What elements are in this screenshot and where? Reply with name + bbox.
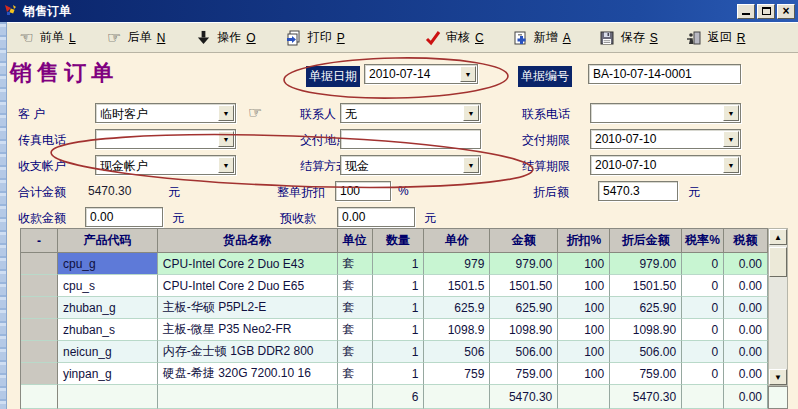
- doc-date-combo[interactable]: 2010-07-14 ▼: [364, 64, 478, 84]
- chevron-down-icon[interactable]: ▼: [723, 131, 739, 147]
- table-cell[interactable]: 0.00: [724, 363, 768, 385]
- discounted-input[interactable]: 5470.3: [598, 181, 678, 201]
- table-cell[interactable]: 套: [338, 275, 373, 297]
- table-cell[interactable]: 0.00: [724, 253, 768, 275]
- close-button[interactable]: ×: [777, 4, 795, 19]
- table-cell[interactable]: 506.00: [610, 341, 682, 363]
- table-vertical-scrollbar[interactable]: ▲ ▼: [768, 228, 788, 386]
- table-cell[interactable]: 506: [424, 341, 490, 363]
- table-cell[interactable]: 硬盘-希捷 320G 7200.10 16: [158, 363, 338, 385]
- table-cell[interactable]: neicun_g: [58, 341, 158, 363]
- chevron-down-icon[interactable]: ▼: [218, 157, 234, 173]
- table-cell[interactable]: 100: [558, 275, 610, 297]
- scroll-up-button[interactable]: ▲: [769, 229, 787, 245]
- table-cell[interactable]: CPU-Intel Core 2 Duo E43: [158, 253, 338, 275]
- table-cell[interactable]: 100: [558, 319, 610, 341]
- table-cell[interactable]: zhuban_g: [58, 297, 158, 319]
- chevron-down-icon[interactable]: ▼: [218, 131, 234, 147]
- account-combo[interactable]: 现金帐户 ▼: [95, 155, 236, 175]
- table-cell[interactable]: 1098.90: [490, 319, 558, 341]
- table-cell[interactable]: 0: [682, 275, 724, 297]
- table-cell[interactable]: 0: [682, 297, 724, 319]
- table-cell[interactable]: 1: [373, 363, 425, 385]
- table-cell[interactable]: cpu_s: [58, 275, 158, 297]
- table-cell[interactable]: 1: [373, 275, 425, 297]
- toolbar-button-right-2[interactable]: 保存S: [599, 29, 658, 46]
- table-cell[interactable]: 0.00: [724, 297, 768, 319]
- table-cell[interactable]: 0.00: [724, 275, 768, 297]
- row-selector-cell[interactable]: [21, 341, 58, 363]
- delivery-date-combo[interactable]: 2010-07-10 ▼: [590, 129, 741, 149]
- toolbar-button-left-2[interactable]: 操作O: [195, 29, 255, 46]
- table-cell[interactable]: 1: [373, 319, 425, 341]
- table-cell[interactable]: 1501.50: [610, 275, 682, 297]
- table-cell[interactable]: CPU-Intel Core 2 Duo E65: [158, 275, 338, 297]
- table-cell[interactable]: 759.00: [490, 363, 558, 385]
- discount-input[interactable]: 100: [335, 181, 391, 201]
- table-cell[interactable]: 979.00: [490, 253, 558, 275]
- received-input[interactable]: 0.00: [85, 207, 163, 227]
- toolbar-button-right-3[interactable]: 返回R: [686, 29, 746, 46]
- chevron-down-icon[interactable]: ▼: [463, 105, 479, 121]
- table-cell[interactable]: 979.00: [610, 253, 682, 275]
- table-cell[interactable]: zhuban_s: [58, 319, 158, 341]
- table-cell[interactable]: 506.00: [490, 341, 558, 363]
- scroll-down-button[interactable]: ▼: [769, 369, 787, 385]
- table-cell[interactable]: 1: [373, 341, 425, 363]
- table-cell[interactable]: 625.90: [610, 297, 682, 319]
- table-cell[interactable]: 100: [558, 341, 610, 363]
- prepaid-input[interactable]: 0.00: [337, 207, 415, 227]
- table-cell[interactable]: 625.9: [424, 297, 490, 319]
- table-cell[interactable]: 套: [338, 341, 373, 363]
- table-cell[interactable]: 759: [424, 363, 490, 385]
- row-selector-cell[interactable]: [21, 253, 58, 275]
- toolbar-button-left-1[interactable]: ☞后单N: [106, 29, 166, 46]
- delivery-place-input[interactable]: [340, 129, 481, 149]
- row-selector-cell[interactable]: [21, 275, 58, 297]
- table-cell[interactable]: 1098.90: [610, 319, 682, 341]
- settle-method-combo[interactable]: 现金 ▼: [340, 155, 481, 175]
- table-cell[interactable]: yinpan_g: [58, 363, 158, 385]
- table-cell[interactable]: 100: [558, 363, 610, 385]
- table-cell[interactable]: cpu_g: [58, 253, 158, 275]
- chevron-down-icon[interactable]: ▼: [463, 157, 479, 173]
- table-cell[interactable]: 0.00: [724, 319, 768, 341]
- table-cell[interactable]: 0.00: [724, 341, 768, 363]
- table-cell[interactable]: 套: [338, 297, 373, 319]
- table-cell[interactable]: 主板-华硕 P5PL2-E: [158, 297, 338, 319]
- contact-phone-combo[interactable]: ▼: [590, 103, 741, 123]
- settle-date-combo[interactable]: 2010-07-10 ▼: [590, 155, 741, 175]
- scrollbar-thumb[interactable]: [769, 247, 787, 277]
- toolbar-button-right-1[interactable]: 新增A: [512, 29, 571, 46]
- table-cell[interactable]: 759.00: [610, 363, 682, 385]
- table-cell[interactable]: 1: [373, 253, 425, 275]
- table-cell[interactable]: 套: [338, 363, 373, 385]
- toolbar-button-left-3[interactable]: 打印P: [286, 29, 345, 46]
- chevron-down-icon[interactable]: ▼: [723, 105, 739, 121]
- table-cell[interactable]: 979: [424, 253, 490, 275]
- customer-combo[interactable]: 临时客户 ▼: [95, 103, 236, 123]
- table-cell[interactable]: 0: [682, 319, 724, 341]
- fax-combo[interactable]: ▼: [95, 129, 236, 149]
- toolbar-button-left-0[interactable]: ☜前单L: [18, 29, 76, 46]
- maximize-button[interactable]: [757, 4, 775, 19]
- doc-no-input[interactable]: BA-10-07-14-0001: [588, 64, 741, 84]
- table-cell[interactable]: 套: [338, 319, 373, 341]
- table-cell[interactable]: 625.90: [490, 297, 558, 319]
- table-cell[interactable]: 内存-金士顿 1GB DDR2 800: [158, 341, 338, 363]
- table-cell[interactable]: 主板-微星 P35 Neo2-FR: [158, 319, 338, 341]
- table-cell[interactable]: 0: [682, 363, 724, 385]
- table-cell[interactable]: 0: [682, 341, 724, 363]
- chevron-down-icon[interactable]: ▼: [218, 105, 234, 121]
- row-selector-cell[interactable]: [21, 319, 58, 341]
- table-cell[interactable]: 0: [682, 253, 724, 275]
- row-selector-cell[interactable]: [21, 297, 58, 319]
- chevron-down-icon[interactable]: ▼: [460, 66, 476, 82]
- table-cell[interactable]: 100: [558, 253, 610, 275]
- table-cell[interactable]: 1501.50: [490, 275, 558, 297]
- chevron-down-icon[interactable]: ▼: [723, 157, 739, 173]
- customer-pick-hand-icon[interactable]: ☞: [248, 103, 262, 122]
- contact-combo[interactable]: 无 ▼: [340, 103, 481, 123]
- table-cell[interactable]: 套: [338, 253, 373, 275]
- table-cell[interactable]: 100: [558, 297, 610, 319]
